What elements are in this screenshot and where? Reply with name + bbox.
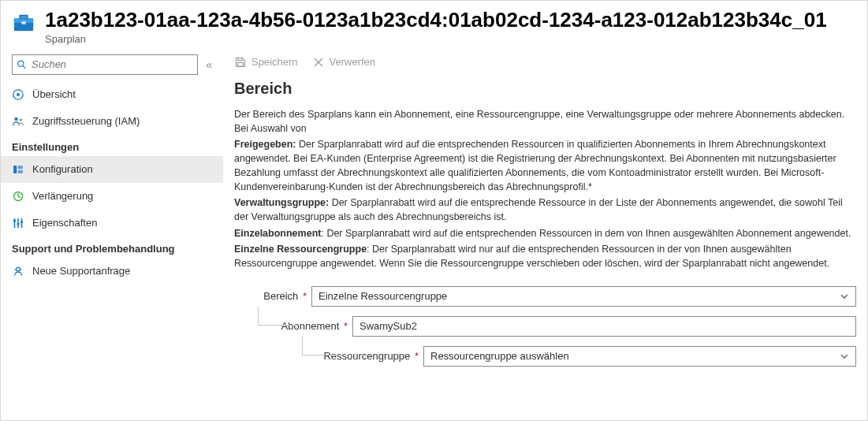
scope-select-value: Einzelne Ressourcengruppe (319, 290, 447, 302)
nav-item-configuration[interactable]: Konfiguration (1, 156, 223, 183)
nav-item-label: Verlängerung (32, 190, 93, 202)
renewal-icon (12, 190, 24, 203)
section-title: Bereich (234, 80, 856, 98)
chevron-down-icon (840, 292, 849, 301)
save-label: Speichern (251, 56, 298, 68)
form-row-resourcegroup: Ressourcengruppe * Ressourcengruppe ausw… (234, 341, 856, 371)
svg-rect-12 (18, 166, 24, 169)
command-bar: Speichern Verwerfen (234, 53, 856, 80)
save-icon (234, 56, 247, 69)
svg-line-6 (23, 65, 25, 68)
svg-rect-3 (20, 17, 27, 19)
tree-connector (258, 307, 296, 326)
scope-select[interactable]: Einzelne Ressourcengruppe (311, 286, 856, 307)
nav-item-label: Übersicht (32, 88, 76, 100)
svg-rect-19 (17, 223, 20, 225)
nav-item-new-support[interactable]: Neue Supportanfrage (1, 258, 223, 285)
nav-group-settings: Einstellungen (1, 135, 223, 156)
rg-select[interactable]: Ressourcengruppe auswählen (423, 346, 856, 367)
properties-icon (12, 217, 24, 229)
svg-point-9 (14, 117, 17, 120)
nav-item-label: Konfiguration (32, 163, 93, 175)
svg-rect-13 (18, 170, 24, 173)
required-marker: * (344, 320, 348, 332)
search-input[interactable] (12, 54, 198, 75)
collapse-sidebar-button[interactable]: « (203, 58, 215, 71)
sidebar: « Übersicht Zugriffssteuerung (IAM) Eins… (1, 50, 223, 420)
svg-point-5 (18, 61, 24, 66)
svg-rect-20 (20, 221, 23, 222)
nav-item-label: Zugriffssteuerung (IAM) (32, 115, 140, 127)
svg-point-8 (17, 93, 20, 96)
blade-header: 1a23b123-01aa-123a-4b56-0123a1b23cd4:01a… (1, 1, 867, 50)
svg-rect-18 (13, 220, 16, 222)
discard-icon (312, 56, 325, 69)
nav-item-label: Eigenschaften (32, 217, 97, 229)
svg-rect-4 (21, 21, 26, 24)
discard-label: Verwerfen (330, 56, 376, 68)
scope-form: Bereich * Einzelne Ressourcengruppe Abon… (234, 281, 856, 371)
access-control-icon (12, 115, 24, 128)
scope-description: Der Bereich des Sparplans kann ein Abonn… (234, 107, 856, 272)
svg-point-10 (20, 118, 22, 121)
nav-item-properties[interactable]: Eigenschaften (1, 210, 223, 237)
sidebar-search[interactable] (12, 54, 198, 75)
subscription-input[interactable]: SwamySub2 (352, 316, 856, 337)
form-row-scope: Bereich * Einzelne Ressourcengruppe (234, 281, 856, 311)
svg-point-21 (17, 267, 20, 271)
discard-button[interactable]: Verwerfen (312, 56, 376, 69)
nav-item-overview[interactable]: Übersicht (1, 81, 223, 108)
rg-select-value: Ressourcengruppe auswählen (430, 350, 569, 362)
page-title: 1a23b123-01aa-123a-4b56-0123a1b23cd4:01a… (45, 9, 856, 32)
nav-item-label: Neue Supportanfrage (32, 265, 130, 277)
chevron-down-icon (840, 352, 849, 361)
save-button[interactable]: Speichern (234, 56, 298, 69)
nav-item-access-control[interactable]: Zugriffssteuerung (IAM) (1, 108, 223, 135)
savings-plan-icon (12, 10, 35, 34)
required-marker: * (303, 290, 307, 302)
required-marker: * (415, 350, 419, 362)
support-icon (12, 265, 24, 278)
overview-icon (12, 88, 24, 101)
svg-rect-22 (238, 58, 242, 60)
subscription-input-value: SwamySub2 (359, 320, 417, 332)
search-icon (17, 59, 27, 69)
nav-group-support: Support und Problembehandlung (1, 237, 223, 258)
svg-rect-23 (238, 62, 244, 66)
nav-item-renewal[interactable]: Verlängerung (1, 183, 223, 210)
svg-rect-11 (13, 166, 17, 173)
page-subtitle: Sparplan (45, 33, 856, 45)
main-content: Speichern Verwerfen Bereich Der Bereich … (223, 50, 867, 420)
tree-connector (302, 337, 340, 356)
configuration-icon (12, 163, 24, 176)
scope-field-label: Bereich (263, 290, 298, 302)
